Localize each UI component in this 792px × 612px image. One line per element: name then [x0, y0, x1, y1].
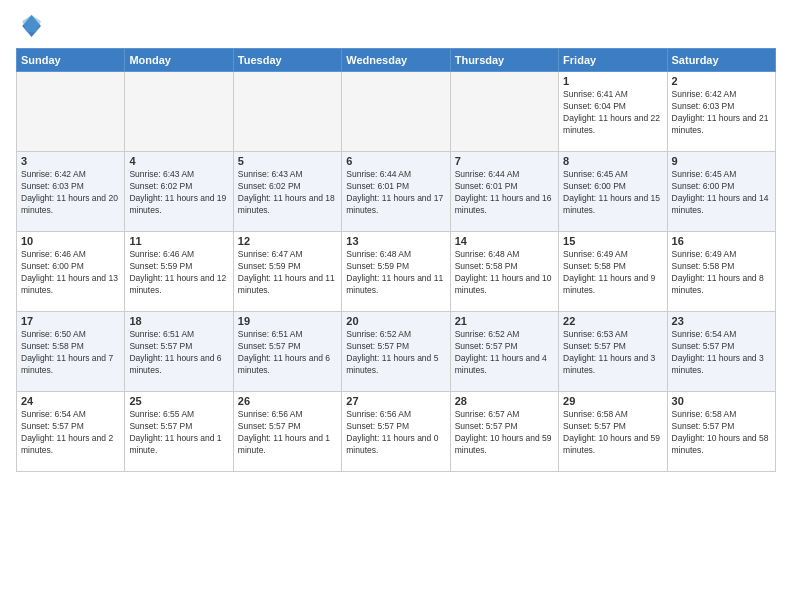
- header-monday: Monday: [125, 49, 233, 72]
- calendar-day-cell: 16Sunrise: 6:49 AM Sunset: 5:58 PM Dayli…: [667, 232, 775, 312]
- day-number: 15: [563, 235, 662, 247]
- day-info: Sunrise: 6:52 AM Sunset: 5:57 PM Dayligh…: [455, 329, 554, 377]
- header-wednesday: Wednesday: [342, 49, 450, 72]
- day-number: 4: [129, 155, 228, 167]
- calendar-week-row: 10Sunrise: 6:46 AM Sunset: 6:00 PM Dayli…: [17, 232, 776, 312]
- calendar-day-cell: 6Sunrise: 6:44 AM Sunset: 6:01 PM Daylig…: [342, 152, 450, 232]
- day-info: Sunrise: 6:42 AM Sunset: 6:03 PM Dayligh…: [21, 169, 120, 217]
- calendar-day-cell: 4Sunrise: 6:43 AM Sunset: 6:02 PM Daylig…: [125, 152, 233, 232]
- day-number: 30: [672, 395, 771, 407]
- calendar-day-cell: 15Sunrise: 6:49 AM Sunset: 5:58 PM Dayli…: [559, 232, 667, 312]
- day-info: Sunrise: 6:57 AM Sunset: 5:57 PM Dayligh…: [455, 409, 554, 457]
- calendar-day-cell: 27Sunrise: 6:56 AM Sunset: 5:57 PM Dayli…: [342, 392, 450, 472]
- day-number: 3: [21, 155, 120, 167]
- calendar-week-row: 24Sunrise: 6:54 AM Sunset: 5:57 PM Dayli…: [17, 392, 776, 472]
- day-number: 5: [238, 155, 337, 167]
- day-info: Sunrise: 6:47 AM Sunset: 5:59 PM Dayligh…: [238, 249, 337, 297]
- calendar-day-cell: 5Sunrise: 6:43 AM Sunset: 6:02 PM Daylig…: [233, 152, 341, 232]
- day-info: Sunrise: 6:58 AM Sunset: 5:57 PM Dayligh…: [563, 409, 662, 457]
- day-info: Sunrise: 6:46 AM Sunset: 5:59 PM Dayligh…: [129, 249, 228, 297]
- day-number: 21: [455, 315, 554, 327]
- calendar-day-cell: 25Sunrise: 6:55 AM Sunset: 5:57 PM Dayli…: [125, 392, 233, 472]
- calendar-day-cell: 21Sunrise: 6:52 AM Sunset: 5:57 PM Dayli…: [450, 312, 558, 392]
- calendar-week-row: 17Sunrise: 6:50 AM Sunset: 5:58 PM Dayli…: [17, 312, 776, 392]
- calendar-day-cell: 22Sunrise: 6:53 AM Sunset: 5:57 PM Dayli…: [559, 312, 667, 392]
- day-number: 25: [129, 395, 228, 407]
- header-friday: Friday: [559, 49, 667, 72]
- day-number: 23: [672, 315, 771, 327]
- calendar-header-row: Sunday Monday Tuesday Wednesday Thursday…: [17, 49, 776, 72]
- calendar-day-cell: 13Sunrise: 6:48 AM Sunset: 5:59 PM Dayli…: [342, 232, 450, 312]
- calendar-day-cell: 2Sunrise: 6:42 AM Sunset: 6:03 PM Daylig…: [667, 72, 775, 152]
- day-number: 8: [563, 155, 662, 167]
- day-info: Sunrise: 6:42 AM Sunset: 6:03 PM Dayligh…: [672, 89, 771, 137]
- calendar-day-cell: 19Sunrise: 6:51 AM Sunset: 5:57 PM Dayli…: [233, 312, 341, 392]
- day-number: 12: [238, 235, 337, 247]
- day-info: Sunrise: 6:48 AM Sunset: 5:58 PM Dayligh…: [455, 249, 554, 297]
- day-info: Sunrise: 6:43 AM Sunset: 6:02 PM Dayligh…: [129, 169, 228, 217]
- calendar-day-cell: 9Sunrise: 6:45 AM Sunset: 6:00 PM Daylig…: [667, 152, 775, 232]
- calendar-day-cell: 20Sunrise: 6:52 AM Sunset: 5:57 PM Dayli…: [342, 312, 450, 392]
- day-number: 1: [563, 75, 662, 87]
- logo-icon: [16, 12, 44, 40]
- day-info: Sunrise: 6:55 AM Sunset: 5:57 PM Dayligh…: [129, 409, 228, 457]
- header-thursday: Thursday: [450, 49, 558, 72]
- calendar-day-cell: [125, 72, 233, 152]
- day-number: 10: [21, 235, 120, 247]
- calendar-day-cell: [17, 72, 125, 152]
- day-info: Sunrise: 6:48 AM Sunset: 5:59 PM Dayligh…: [346, 249, 445, 297]
- calendar-day-cell: [233, 72, 341, 152]
- day-info: Sunrise: 6:49 AM Sunset: 5:58 PM Dayligh…: [563, 249, 662, 297]
- day-info: Sunrise: 6:51 AM Sunset: 5:57 PM Dayligh…: [238, 329, 337, 377]
- calendar-day-cell: 28Sunrise: 6:57 AM Sunset: 5:57 PM Dayli…: [450, 392, 558, 472]
- day-number: 9: [672, 155, 771, 167]
- calendar-day-cell: 8Sunrise: 6:45 AM Sunset: 6:00 PM Daylig…: [559, 152, 667, 232]
- calendar-day-cell: 30Sunrise: 6:58 AM Sunset: 5:57 PM Dayli…: [667, 392, 775, 472]
- calendar-day-cell: 17Sunrise: 6:50 AM Sunset: 5:58 PM Dayli…: [17, 312, 125, 392]
- calendar-day-cell: 29Sunrise: 6:58 AM Sunset: 5:57 PM Dayli…: [559, 392, 667, 472]
- day-number: 29: [563, 395, 662, 407]
- day-number: 11: [129, 235, 228, 247]
- header-tuesday: Tuesday: [233, 49, 341, 72]
- day-info: Sunrise: 6:58 AM Sunset: 5:57 PM Dayligh…: [672, 409, 771, 457]
- calendar-day-cell: 7Sunrise: 6:44 AM Sunset: 6:01 PM Daylig…: [450, 152, 558, 232]
- day-info: Sunrise: 6:46 AM Sunset: 6:00 PM Dayligh…: [21, 249, 120, 297]
- logo: [16, 12, 48, 40]
- day-info: Sunrise: 6:52 AM Sunset: 5:57 PM Dayligh…: [346, 329, 445, 377]
- day-number: 27: [346, 395, 445, 407]
- day-number: 2: [672, 75, 771, 87]
- page-header: [16, 12, 776, 40]
- day-number: 13: [346, 235, 445, 247]
- day-info: Sunrise: 6:56 AM Sunset: 5:57 PM Dayligh…: [346, 409, 445, 457]
- day-info: Sunrise: 6:43 AM Sunset: 6:02 PM Dayligh…: [238, 169, 337, 217]
- day-info: Sunrise: 6:45 AM Sunset: 6:00 PM Dayligh…: [672, 169, 771, 217]
- header-saturday: Saturday: [667, 49, 775, 72]
- day-info: Sunrise: 6:49 AM Sunset: 5:58 PM Dayligh…: [672, 249, 771, 297]
- day-number: 6: [346, 155, 445, 167]
- calendar-day-cell: 11Sunrise: 6:46 AM Sunset: 5:59 PM Dayli…: [125, 232, 233, 312]
- calendar-day-cell: 3Sunrise: 6:42 AM Sunset: 6:03 PM Daylig…: [17, 152, 125, 232]
- calendar-day-cell: [450, 72, 558, 152]
- calendar-day-cell: 26Sunrise: 6:56 AM Sunset: 5:57 PM Dayli…: [233, 392, 341, 472]
- day-info: Sunrise: 6:54 AM Sunset: 5:57 PM Dayligh…: [672, 329, 771, 377]
- calendar-table: Sunday Monday Tuesday Wednesday Thursday…: [16, 48, 776, 472]
- day-info: Sunrise: 6:56 AM Sunset: 5:57 PM Dayligh…: [238, 409, 337, 457]
- day-number: 24: [21, 395, 120, 407]
- calendar-day-cell: 12Sunrise: 6:47 AM Sunset: 5:59 PM Dayli…: [233, 232, 341, 312]
- calendar-day-cell: 10Sunrise: 6:46 AM Sunset: 6:00 PM Dayli…: [17, 232, 125, 312]
- day-number: 22: [563, 315, 662, 327]
- day-number: 28: [455, 395, 554, 407]
- day-info: Sunrise: 6:44 AM Sunset: 6:01 PM Dayligh…: [455, 169, 554, 217]
- day-number: 26: [238, 395, 337, 407]
- day-number: 7: [455, 155, 554, 167]
- calendar-day-cell: 14Sunrise: 6:48 AM Sunset: 5:58 PM Dayli…: [450, 232, 558, 312]
- svg-marker-2: [22, 15, 41, 32]
- day-info: Sunrise: 6:53 AM Sunset: 5:57 PM Dayligh…: [563, 329, 662, 377]
- day-number: 19: [238, 315, 337, 327]
- calendar-day-cell: 18Sunrise: 6:51 AM Sunset: 5:57 PM Dayli…: [125, 312, 233, 392]
- day-info: Sunrise: 6:51 AM Sunset: 5:57 PM Dayligh…: [129, 329, 228, 377]
- day-number: 18: [129, 315, 228, 327]
- day-number: 16: [672, 235, 771, 247]
- header-sunday: Sunday: [17, 49, 125, 72]
- day-info: Sunrise: 6:44 AM Sunset: 6:01 PM Dayligh…: [346, 169, 445, 217]
